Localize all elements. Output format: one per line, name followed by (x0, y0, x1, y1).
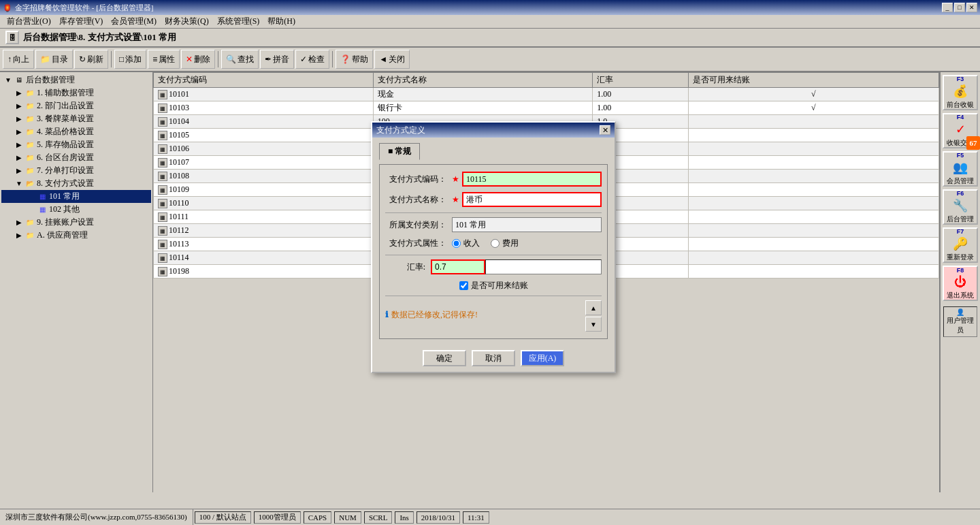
menu-expand-icon: ▶ (14, 115, 24, 123)
time-text: 11:31 (468, 513, 485, 522)
toolbar-delete-button[interactable]: ✕ 删除 (181, 50, 215, 69)
radio-income-input[interactable] (452, 239, 461, 248)
sidebar-item-account[interactable]: ▶ 📁 9. 挂账账户设置 (1, 216, 151, 229)
sidebar-item-price[interactable]: ▶ 📁 4. 菜品价格设置 (1, 125, 151, 138)
sidebar-item-table[interactable]: ▶ 📁 6. 台区台房设置 (1, 151, 151, 164)
title-bar: 🏮 金字招牌餐饮管理软件 - [后台数据管理器] _ □ ✕ (0, 0, 980, 15)
table-row[interactable]: ▦10103 银行卡 1.00 √ (154, 101, 939, 115)
storage-folder-icon: 📁 (24, 140, 35, 150)
nav-down-button[interactable]: ▼ (585, 317, 602, 332)
toolbar-property-button[interactable]: ≡ 属性 (148, 50, 180, 69)
sidebar-item-storage[interactable]: ▶ 📁 5. 库存物品设置 (1, 138, 151, 151)
right-btn-f3[interactable]: F3 💰 前台收银 (943, 75, 978, 110)
sidebar-item-payment[interactable]: ▼ 📂 8. 支付方式设置 (1, 177, 151, 190)
menu-members[interactable]: 会员管理(M) (107, 14, 161, 29)
toolbar-help-button[interactable]: ❓ 帮助 (336, 50, 373, 69)
sidebar-root-label: 后台数据管理 (26, 74, 75, 86)
cell-usable (688, 197, 938, 210)
f5-icon: 👥 (953, 160, 968, 175)
title-bar-controls: _ □ ✕ (942, 3, 977, 12)
status-time: 11:31 (463, 511, 489, 524)
cell-usable (688, 170, 938, 183)
radio-expense-input[interactable] (491, 239, 500, 248)
sidebar-item-p101[interactable]: ▦ 101 常用 (1, 190, 151, 203)
toolbar-help-label: 帮助 (352, 54, 368, 65)
maximize-button[interactable]: □ (954, 3, 965, 12)
status-scrl: SCRL (364, 511, 393, 524)
menu-help[interactable]: 帮助(H) (263, 14, 299, 29)
sidebar-payment-label: 8. 支付方式设置 (37, 178, 94, 189)
toolbar-add-button[interactable]: □ 添加 (114, 50, 146, 69)
usable-checkbox[interactable] (459, 281, 468, 290)
right-btn-f8[interactable]: F8 ⏻ 退出系统 (943, 266, 978, 301)
minimize-button[interactable]: _ (942, 3, 953, 12)
sidebar-item-aux[interactable]: ▶ 📁 1. 辅助数据管理 (1, 86, 151, 99)
right-btn-f6[interactable]: F6 🔧 后台管理 (943, 189, 978, 225)
status-caps: CAPS (304, 511, 332, 524)
dialog-close-button[interactable]: ✕ (600, 125, 610, 135)
nav-up-button[interactable]: ▲ (585, 300, 602, 315)
f7-key-label: F7 (957, 228, 964, 235)
info-row: ℹ 数据已经修改,记得保存! (385, 309, 478, 321)
cancel-button[interactable]: 取消 (472, 350, 515, 366)
aux-expand-icon: ▶ (14, 89, 24, 97)
num-text: NUM (339, 513, 357, 522)
f3-label: 前台收银 (947, 100, 974, 110)
radio-expense[interactable]: 费用 (491, 238, 519, 249)
menu-finance[interactable]: 财务决策(Q) (161, 14, 213, 29)
catalog-icon: 📁 (40, 54, 50, 64)
cell-usable (688, 142, 938, 156)
sidebar-item-supplier[interactable]: ▶ 📁 A. 供应商管理 (1, 229, 151, 242)
col-rate: 汇率 (593, 73, 688, 88)
cell-usable (688, 238, 938, 251)
sidebar-item-menu[interactable]: ▶ 📁 3. 餐牌菜单设置 (1, 112, 151, 125)
rate-label: 汇率: (385, 261, 425, 273)
table-row[interactable]: ▦10101 现金 1.00 √ (154, 88, 939, 101)
check-icon: ✓ (300, 54, 307, 64)
col-code: 支付方式编码 (154, 73, 374, 88)
right-btn-f7[interactable]: F7 🔑 重新登录 (943, 227, 978, 263)
code-input[interactable] (462, 172, 602, 187)
cell-code: ▦10111 (154, 210, 374, 224)
tab-general[interactable]: ■ 常规 (379, 143, 420, 160)
info-icon: ℹ (385, 310, 389, 320)
cell-code: ▦10113 (154, 238, 374, 251)
root-expand-icon: ▼ (3, 76, 14, 84)
radio-income[interactable]: 收入 (452, 238, 480, 249)
ins-text: Ins (399, 513, 408, 522)
toolbar-close-button[interactable]: ◄ 关闭 (374, 50, 410, 69)
right-btn-f5[interactable]: F5 👥 会员管理 (943, 151, 978, 187)
toolbar-check-button[interactable]: ✓ 检查 (295, 50, 329, 69)
toolbar-refresh-button[interactable]: ↻ 刷新 (74, 50, 108, 69)
name-input[interactable] (462, 192, 602, 207)
app-title: 金字招牌餐饮管理软件 - [后台数据管理器] (15, 3, 154, 13)
rate-input[interactable] (431, 259, 485, 274)
f8-icon: ⏻ (954, 275, 966, 289)
print-expand-icon: ▶ (14, 167, 24, 174)
sidebar-item-p102[interactable]: ▦ 102 其他 (1, 203, 151, 216)
cell-usable (688, 129, 938, 142)
toolbar-up-button[interactable]: ↑ 向上 (3, 50, 34, 69)
rate-extra-input[interactable] (485, 259, 602, 274)
form-row-rate: 汇率: (385, 259, 602, 274)
property-icon: ≡ (152, 54, 157, 64)
sidebar-item-dept[interactable]: ▶ 📁 2. 部门出品设置 (1, 99, 151, 112)
sidebar-dept-label: 2. 部门出品设置 (37, 100, 94, 112)
info-text: 数据已经修改,记得保存! (391, 309, 478, 321)
toolbar-catalog-button[interactable]: 📁 目录 (35, 50, 73, 69)
toolbar-find-button[interactable]: 🔍 查找 (221, 50, 259, 69)
ok-button[interactable]: 确定 (423, 350, 466, 366)
toolbar-refresh-label: 刷新 (87, 54, 103, 65)
apply-button[interactable]: 应用(A) (521, 350, 564, 366)
sidebar-price-label: 4. 菜品价格设置 (37, 126, 94, 138)
cell-code: ▦10114 (154, 251, 374, 265)
menu-front[interactable]: 前台营业(O) (3, 14, 55, 29)
menu-inventory[interactable]: 库存管理(V) (55, 14, 108, 29)
up-icon: ↑ (7, 54, 12, 64)
sidebar-item-print[interactable]: ▶ 📁 7. 分单打印设置 (1, 164, 151, 177)
status-station: 100 / 默认站点 (195, 511, 251, 524)
toolbar-pinyin-button[interactable]: ✒ 拼音 (260, 50, 294, 69)
attr-radio-group: 收入 费用 (452, 238, 519, 249)
menu-system[interactable]: 系统管理(S) (213, 14, 264, 29)
close-button[interactable]: ✕ (966, 3, 977, 12)
